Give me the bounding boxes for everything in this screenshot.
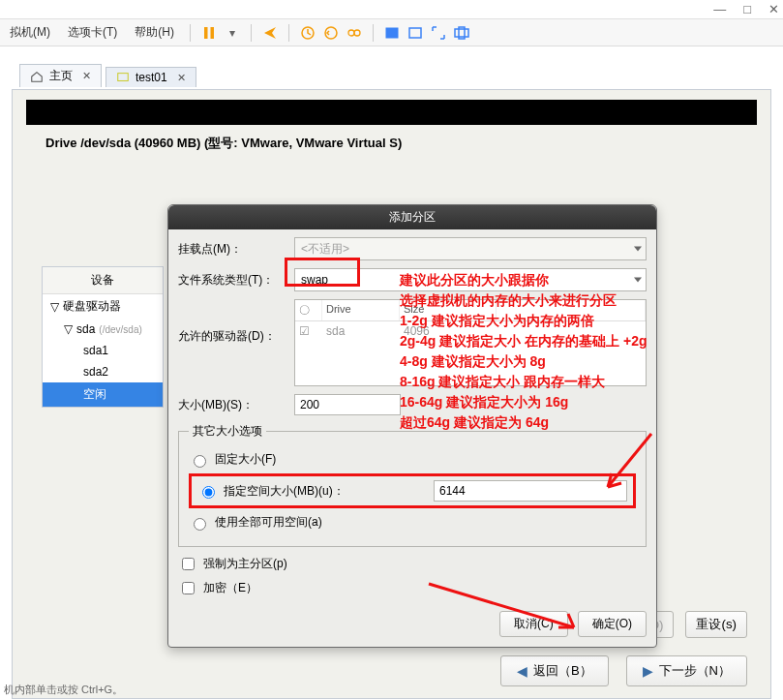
allowed-drives-list[interactable]: 〇 Drive Size ☑ sda 4096 [294,299,647,386]
opt-fill-radio[interactable] [194,518,206,531]
toolbar-separator [373,24,374,42]
tree-sda1[interactable]: sda1 [43,340,163,361]
collapse-icon: ▽ [64,322,73,336]
view-seamless-icon[interactable] [453,24,470,42]
fstype-combo[interactable]: swap [294,268,647,291]
svg-rect-10 [118,74,129,81]
toolbar-separator [288,24,289,42]
mount-point-label: 挂载点(M)： [178,241,294,258]
chevron-down-icon [634,278,642,283]
chevron-down-icon [634,247,642,252]
ok-button[interactable]: 确定(O) [578,611,647,637]
svg-rect-6 [386,28,398,38]
mount-point-combo: <不适用> [294,237,647,260]
tab-home-label: 主页 [49,68,73,84]
encrypt-checkbox[interactable] [182,582,195,594]
size-options-legend: 其它大小选项 [189,423,266,440]
device-panel: 设备 ▽ 硬盘驱动器 ▽ sda (/dev/sda) sda1 sda2 空闲 [42,266,164,408]
close-button[interactable]: ✕ [768,2,779,16]
force-primary-checkbox[interactable] [182,558,195,570]
device-panel-header: 设备 [43,267,163,294]
tab-test01-close-icon[interactable]: ✕ [177,72,186,84]
size-options-group: 其它大小选项 固定大小(F) 指定空间大小(MB)(u)： 使用全部可用空间(a… [178,423,647,547]
row-checkbox: ☑ [295,321,322,341]
svg-point-5 [354,30,360,36]
home-icon [30,70,44,83]
snapshot-manager-icon[interactable] [346,24,363,42]
size-label: 大小(MB)(S)： [178,397,294,413]
snapshot-icon[interactable] [299,24,316,42]
wizard-nav: ◀ 返回（B） ▶ 下一步（N） [500,655,747,686]
opt-fill-row[interactable]: 使用全部可用空间(a) [189,514,636,531]
tree-free[interactable]: 空闲 [43,382,163,407]
next-button[interactable]: ▶ 下一步（N） [626,655,747,686]
collapse-icon: ▽ [50,300,59,314]
toolbar-separator [251,24,252,42]
window-titlebar: — □ ✕ [0,0,783,19]
tab-home[interactable]: 主页 ✕ [19,64,102,87]
arrow-right-icon: ▶ [643,663,653,679]
add-partition-dialog: 添加分区 挂载点(M)： <不适用> 文件系统类型(T)： swap 允许的驱动… [167,204,657,648]
tree-hdd-group[interactable]: ▽ 硬盘驱动器 [43,294,163,319]
maximize-button[interactable]: □ [743,2,751,16]
allowed-drives-label: 允许的驱动器(D)： [178,299,294,345]
svg-rect-0 [204,27,208,39]
fstype-label: 文件系统类型(T)： [178,272,294,289]
cancel-button[interactable]: 取消(C) [499,611,568,637]
allowed-drives-header: 〇 Drive Size [295,300,646,321]
dialog-title: 添加分区 [168,205,656,229]
tab-test01[interactable]: test01 ✕ [105,67,196,87]
view-fullscreen-icon[interactable] [430,24,447,42]
force-primary-row[interactable]: 强制为主分区(p) [178,555,647,573]
menu-help[interactable]: 帮助(H) [129,22,180,43]
view-console-icon[interactable] [383,24,401,42]
size-input[interactable] [294,394,401,415]
opt-fixed-radio[interactable] [194,455,206,468]
back-button[interactable]: ◀ 返回（B） [500,655,609,686]
reset-button[interactable]: 重设(s) [685,611,747,638]
menu-vm[interactable]: 拟机(M) [4,22,56,43]
tree-sda[interactable]: ▽ sda (/dev/sda) [43,319,163,340]
tab-test01-label: test01 [136,71,167,84]
document-tabs: 主页 ✕ test01 ✕ [0,62,783,87]
opt-upto-row[interactable]: 指定空间大小(MB)(u)： [189,473,636,508]
svg-point-4 [348,30,354,36]
toolbar-separator [190,24,191,42]
menu-tabs[interactable]: 选项卡(T) [62,22,123,43]
menubar: 拟机(M) 选项卡(T) 帮助(H) ▾ [0,19,783,46]
opt-fixed-row[interactable]: 固定大小(F) [189,451,636,468]
toolbar-caret-icon[interactable]: ▾ [224,24,241,42]
minimize-button[interactable]: — [713,2,726,16]
opt-upto-input[interactable] [434,480,627,502]
pause-icon[interactable] [200,24,218,42]
vm-icon [116,71,130,84]
send-icon[interactable] [261,24,279,42]
fstype-value: swap [301,273,328,287]
anaconda-header-bar [26,100,757,125]
status-bar: 机内部单击或按 Ctrl+G。 [0,683,123,700]
opt-upto-radio[interactable] [202,486,215,499]
arrow-left-icon: ◀ [517,663,527,679]
allowed-drives-row-sda[interactable]: ☑ sda 4096 [295,321,646,341]
tab-home-close-icon[interactable]: ✕ [82,70,91,82]
tree-sda2[interactable]: sda2 [43,361,163,382]
view-unity-icon[interactable] [407,24,424,42]
drive-title: Drive /dev/sda (40960 MB) (型号: VMware, V… [45,135,757,152]
guest-desktop: Drive /dev/sda (40960 MB) (型号: VMware, V… [12,89,771,699]
snapshot-back-icon[interactable] [322,24,340,42]
svg-rect-7 [409,28,421,38]
encrypt-row[interactable]: 加密（E） [178,579,647,597]
svg-rect-1 [211,27,215,39]
svg-rect-8 [455,29,468,37]
